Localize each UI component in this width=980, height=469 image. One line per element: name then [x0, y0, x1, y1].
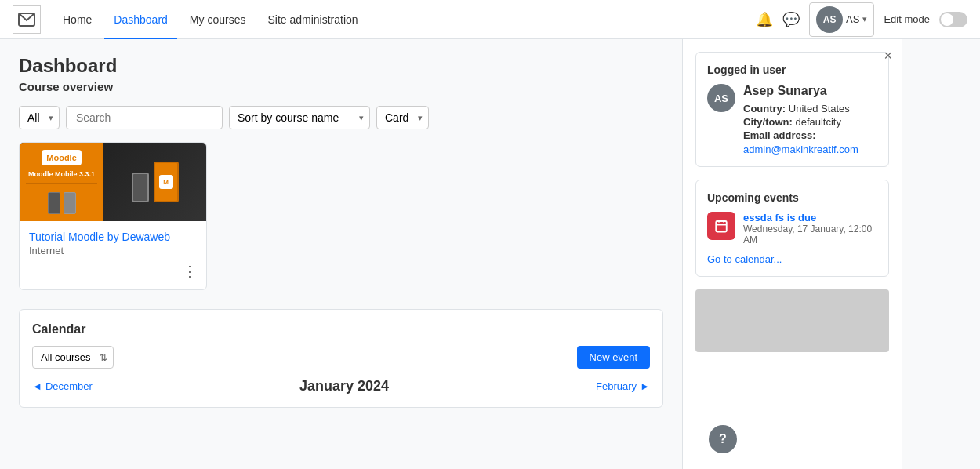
user-email-link[interactable]: admin@makinkreatif.com — [743, 144, 858, 155]
new-event-button[interactable]: New event — [577, 346, 650, 369]
calendar-controls: All courses New event — [32, 346, 650, 369]
all-filter-select[interactable]: All — [19, 106, 60, 129]
user-avatar-large: AS — [707, 84, 735, 112]
prev-month-link[interactable]: ◄ December — [32, 380, 93, 392]
calendar-nav: ◄ December January 2024 February ► — [32, 378, 650, 394]
calendar-filter-select[interactable]: All courses — [32, 346, 114, 369]
nav-site-admin[interactable]: Site administration — [258, 0, 367, 39]
view-filter-wrapper: Card — [376, 106, 429, 129]
notifications-icon[interactable]: 🔔 — [756, 11, 773, 28]
course-card-body: Tutorial Moodle by Dewaweb Internet ⋮ — [20, 221, 206, 289]
calendar-title: Calendar — [32, 322, 650, 336]
all-filter-wrapper: All — [19, 106, 60, 129]
course-img-right: M — [103, 143, 206, 221]
user-email-label: Email address: — [743, 129, 858, 141]
sidebar-image-placeholder — [695, 289, 889, 352]
user-details: Asep Sunarya Country: United States City… — [743, 84, 858, 155]
search-input[interactable] — [66, 106, 223, 129]
sort-filter-select[interactable]: Sort by course name — [229, 106, 370, 129]
calendar-section: Calendar All courses New event ◄ Decembe… — [19, 309, 663, 408]
upcoming-section: Upcoming events essda fs is due Wednesda… — [695, 180, 889, 277]
page-title: Dashboard — [19, 55, 663, 77]
event-name[interactable]: essda fs is due — [743, 212, 877, 224]
current-month-label: January 2024 — [299, 378, 389, 394]
next-month-label: February — [596, 380, 637, 392]
user-country: Country: United States — [743, 103, 858, 115]
user-dropdown-chevron: ▾ — [862, 14, 867, 24]
event-icon — [707, 212, 735, 240]
help-button[interactable]: ? — [709, 425, 737, 453]
go-to-calendar-link[interactable]: Go to calendar... — [707, 253, 877, 265]
logged-in-section: Logged in user AS Asep Sunarya Country: … — [695, 52, 889, 167]
course-card: Moodle Moodle Mobile 3.3.1 — [19, 142, 207, 290]
event-details: essda fs is due Wednesday, 17 January, 1… — [743, 212, 877, 245]
user-city: City/town: defaultcity — [743, 116, 858, 128]
user-name: Asep Sunarya — [743, 84, 858, 98]
event-date: Wednesday, 17 January, 12:00 AM — [743, 224, 877, 245]
nav-my-courses[interactable]: My courses — [180, 0, 256, 39]
sidebar-panel: × Logged in user AS Asep Sunarya Country… — [682, 39, 902, 469]
sort-filter-wrapper: Sort by course name — [229, 106, 370, 129]
svg-rect-1 — [716, 221, 727, 232]
logged-in-title: Logged in user — [707, 64, 877, 76]
prev-month-label: December — [45, 380, 93, 392]
nav-links: Home Dashboard My courses Site administr… — [53, 0, 756, 39]
city-value: defaultcity — [795, 116, 841, 128]
moodle-logo: Moodle — [42, 150, 82, 165]
course-card-image: Moodle Moodle Mobile 3.3.1 — [20, 143, 206, 221]
site-logo — [13, 5, 41, 34]
edit-mode-label: Edit mode — [884, 13, 930, 25]
user-avatar-small: AS — [816, 6, 843, 33]
calendar-filter-wrapper: All courses — [32, 346, 114, 369]
next-month-link[interactable]: February ► — [596, 380, 650, 392]
edit-mode-toggle[interactable] — [939, 12, 967, 27]
user-menu-button[interactable]: AS AS ▾ — [809, 2, 874, 37]
user-info-row: AS Asep Sunarya Country: United States C… — [707, 84, 877, 155]
course-cards-row: Moodle Moodle Mobile 3.3.1 — [19, 142, 663, 290]
user-initials-label: AS — [846, 13, 859, 25]
course-category: Internet — [29, 245, 197, 256]
sidebar-close-button[interactable]: × — [884, 49, 892, 63]
prev-arrow-icon: ◄ — [32, 380, 42, 392]
view-filter-select[interactable]: Card — [376, 106, 429, 129]
course-card-menu-button[interactable]: ⋮ — [29, 263, 197, 280]
filter-row: All Sort by course name Card — [19, 106, 663, 129]
course-img-left: Moodle Moodle Mobile 3.3.1 — [20, 143, 103, 221]
course-subtitle: Moodle Mobile 3.3.1 — [28, 170, 95, 178]
upcoming-title: Upcoming events — [707, 191, 877, 204]
nav-home[interactable]: Home — [53, 0, 101, 39]
country-value: United States — [789, 103, 850, 115]
nav-dashboard[interactable]: Dashboard — [104, 0, 177, 39]
next-arrow-icon: ► — [640, 380, 650, 392]
event-item: essda fs is due Wednesday, 17 January, 1… — [707, 212, 877, 245]
messages-icon[interactable]: 💬 — [782, 11, 800, 28]
section-title: Course overview — [19, 80, 663, 93]
course-title[interactable]: Tutorial Moodle by Dewaweb — [29, 231, 197, 243]
